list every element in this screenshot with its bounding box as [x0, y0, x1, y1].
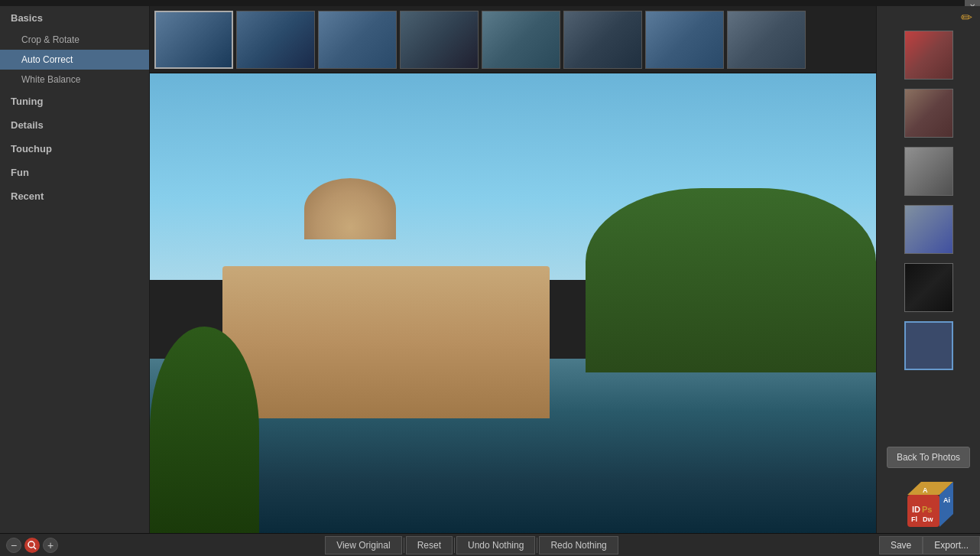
zoom-icon [28, 541, 37, 550]
view-original-button[interactable]: View Original [325, 536, 401, 554]
filmstrip-thumb-4[interactable] [400, 11, 479, 69]
svg-text:ID: ID [912, 505, 920, 514]
zoom-controls: − + [0, 538, 64, 553]
reset-button[interactable]: Reset [406, 536, 453, 554]
canvas-area [150, 73, 876, 533]
sidebar-section-details: Details [0, 113, 149, 137]
zoom-center-button[interactable] [24, 538, 40, 553]
filmstrip-thumb-7[interactable] [645, 11, 724, 69]
zoom-in-button[interactable]: + [43, 538, 58, 553]
filmstrip [150, 6, 876, 73]
colonnade [222, 266, 550, 418]
separator-2 [454, 538, 455, 553]
right-thumb-1[interactable] [904, 31, 953, 80]
right-thumb-6[interactable] [904, 321, 953, 370]
palace-building [222, 165, 550, 418]
sidebar-section-tuning: Tuning [0, 89, 149, 113]
top-bar: ✕ [0, 0, 980, 6]
export-button[interactable]: Export... [923, 536, 980, 554]
sidebar-item-auto-correct[interactable]: Auto Correct [0, 50, 149, 70]
bottom-toolbar: − + View Original Reset Undo Nothing Red… [0, 533, 980, 556]
undo-button[interactable]: Undo Nothing [456, 536, 535, 554]
sidebar-item-white-balance[interactable]: White Balance [0, 70, 149, 89]
sidebar-section-basics: Basics [0, 6, 149, 30]
main-area [150, 6, 876, 533]
save-export-area: Save Export... [879, 536, 980, 554]
filmstrip-thumb-1[interactable] [154, 11, 233, 69]
filmstrip-thumb-8[interactable] [727, 11, 806, 69]
svg-point-9 [28, 541, 34, 548]
filmstrip-thumb-6[interactable] [563, 11, 642, 69]
dome [304, 178, 396, 239]
filmstrip-thumb-3[interactable] [318, 11, 397, 69]
right-thumb-5[interactable] [904, 263, 953, 312]
right-panel: ✏ Back To Photos ID Ps A Fl Dw Ai [876, 6, 980, 533]
redo-button[interactable]: Redo Nothing [539, 536, 618, 554]
sidebar: Basics Crop & Rotate Auto Correct White … [0, 6, 150, 533]
separator-1 [404, 538, 404, 553]
svg-line-10 [34, 547, 36, 549]
back-to-photos-button[interactable]: Back To Photos [887, 447, 970, 468]
save-button[interactable]: Save [879, 536, 923, 554]
sidebar-section-fun: Fun [0, 161, 149, 184]
right-thumb-4[interactable] [904, 205, 953, 254]
svg-text:Ps: Ps [922, 505, 932, 514]
trees-right [586, 188, 876, 372]
trees-left [150, 327, 259, 533]
right-thumb-3[interactable] [904, 147, 953, 196]
zoom-out-button[interactable]: − [6, 538, 21, 553]
svg-text:Ai: Ai [943, 496, 950, 504]
center-buttons: View Original Reset Undo Nothing Redo No… [325, 536, 618, 554]
sidebar-section-recent: Recent [0, 184, 149, 208]
sidebar-item-crop-rotate[interactable]: Crop & Rotate [0, 30, 149, 50]
pencil-icon: ✏ [961, 9, 980, 26]
main-photo [150, 73, 876, 533]
app-icon: ID Ps A Fl Dw Ai [900, 476, 957, 533]
svg-text:A: A [923, 486, 928, 494]
svg-text:Fl: Fl [911, 515, 917, 523]
sidebar-section-touchup: Touchup [0, 137, 149, 161]
svg-text:Dw: Dw [923, 515, 933, 523]
filmstrip-thumb-2[interactable] [236, 11, 315, 69]
separator-3 [537, 538, 537, 553]
filmstrip-thumb-5[interactable] [482, 11, 560, 69]
right-thumb-2[interactable] [904, 89, 953, 138]
